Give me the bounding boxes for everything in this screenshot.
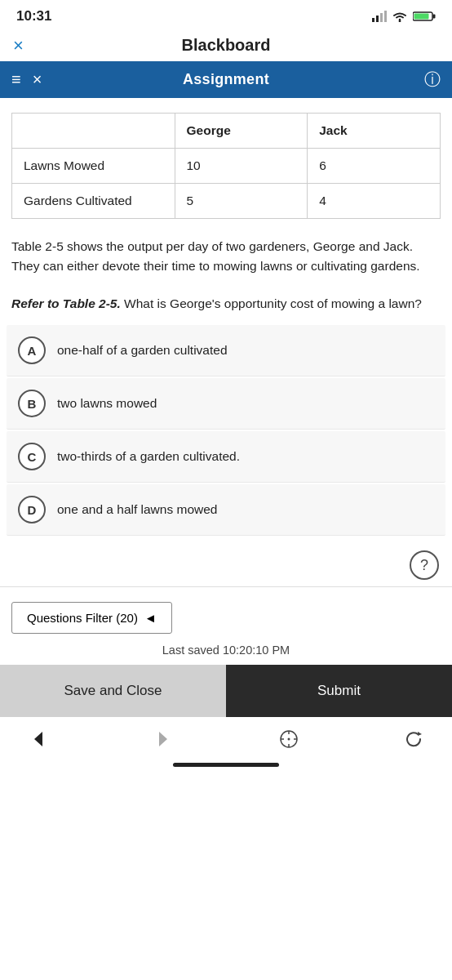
table-header-jack: Jack — [308, 114, 441, 149]
home-bar — [173, 763, 279, 767]
signal-icon — [372, 11, 387, 22]
option-a-circle: A — [18, 336, 46, 364]
status-icons — [372, 11, 436, 22]
compass-button[interactable] — [275, 725, 303, 753]
option-d[interactable]: D one and a half lawns mowed — [7, 484, 445, 536]
question-text: Refer to Table 2-5. What is George's opp… — [0, 283, 452, 320]
svg-marker-15 — [418, 732, 422, 736]
back-icon — [33, 730, 44, 748]
forward-icon — [157, 730, 169, 748]
table-row: Lawns Mowed 10 6 — [12, 149, 441, 184]
option-a[interactable]: A one-half of a garden cultivated — [7, 325, 445, 376]
battery-icon — [413, 11, 436, 22]
svg-marker-8 — [159, 732, 167, 746]
option-b-circle: B — [18, 390, 46, 417]
row1-jack: 6 — [308, 149, 441, 184]
wifi-icon — [392, 11, 408, 22]
info-icon[interactable]: ⓘ — [424, 69, 441, 91]
divider — [0, 586, 452, 587]
help-row: ? — [0, 542, 452, 583]
filter-row: Questions Filter (20) ◄ — [0, 590, 452, 637]
home-indicator — [0, 760, 452, 772]
filter-label: Questions Filter (20) — [27, 611, 138, 625]
question-rest: What is George's opportunity cost of mow… — [121, 296, 422, 310]
submit-button[interactable]: Submit — [226, 665, 452, 717]
status-time: 10:31 — [16, 8, 51, 24]
assignment-bar: ≡ × Assignment ⓘ — [0, 61, 452, 98]
refresh-icon — [404, 729, 423, 749]
svg-rect-3 — [384, 11, 387, 22]
description-text: Table 2-5 shows the output per day of tw… — [0, 224, 452, 283]
back-button[interactable] — [24, 725, 52, 753]
system-bar — [0, 717, 452, 760]
question-bold: Refer to Table 2-5. — [11, 296, 121, 310]
options-list: A one-half of a garden cultivated B two … — [0, 320, 452, 542]
svg-rect-0 — [372, 18, 374, 22]
option-b-text: two lawns mowed — [57, 396, 157, 411]
option-d-circle: D — [18, 496, 46, 523]
save-and-close-button[interactable]: Save and Close — [0, 665, 226, 717]
row2-george: 5 — [175, 184, 308, 219]
option-c-text: two-thirds of a garden cultivated. — [57, 449, 240, 464]
assignment-bar-left: ≡ × — [11, 70, 42, 89]
row2-label: Gardens Cultivated — [12, 184, 175, 219]
assignment-close-icon[interactable]: × — [33, 70, 42, 89]
option-a-text: one-half of a garden cultivated — [57, 343, 228, 358]
svg-marker-7 — [34, 732, 42, 746]
table-container: George Jack Lawns Mowed 10 6 Gardens Cul… — [0, 98, 452, 224]
filter-arrow-icon: ◄ — [144, 611, 157, 625]
app-title: Blackboard — [182, 36, 271, 55]
svg-rect-6 — [414, 14, 429, 20]
assignment-title: Assignment — [183, 71, 269, 88]
table-header-empty — [12, 114, 175, 149]
row1-label: Lawns Mowed — [12, 149, 175, 184]
bottom-buttons: Save and Close Submit — [0, 665, 452, 717]
svg-point-10 — [287, 738, 290, 741]
compass-icon — [279, 729, 299, 749]
option-c[interactable]: C two-thirds of a garden cultivated. — [7, 431, 445, 483]
table-row: Gardens Cultivated 5 4 — [12, 184, 441, 219]
row1-george: 10 — [175, 149, 308, 184]
option-b[interactable]: B two lawns mowed — [7, 378, 445, 430]
questions-filter-button[interactable]: Questions Filter (20) ◄ — [11, 602, 172, 634]
last-saved-text: Last saved 10:20:10 PM — [0, 637, 452, 660]
option-d-text: one and a half lawns mowed — [57, 502, 217, 517]
close-button[interactable]: × — [13, 35, 24, 56]
hamburger-icon[interactable]: ≡ — [11, 70, 21, 89]
status-bar: 10:31 — [0, 0, 452, 29]
top-nav: × Blackboard — [0, 29, 452, 61]
refresh-button[interactable] — [400, 725, 428, 753]
svg-rect-5 — [433, 15, 436, 19]
svg-rect-2 — [380, 13, 383, 22]
option-c-circle: C — [18, 443, 46, 470]
svg-rect-1 — [376, 16, 379, 22]
table-header-george: George — [175, 114, 308, 149]
forward-button[interactable] — [149, 725, 177, 753]
row2-jack: 4 — [308, 184, 441, 219]
help-icon[interactable]: ? — [410, 550, 439, 580]
data-table: George Jack Lawns Mowed 10 6 Gardens Cul… — [11, 113, 441, 219]
